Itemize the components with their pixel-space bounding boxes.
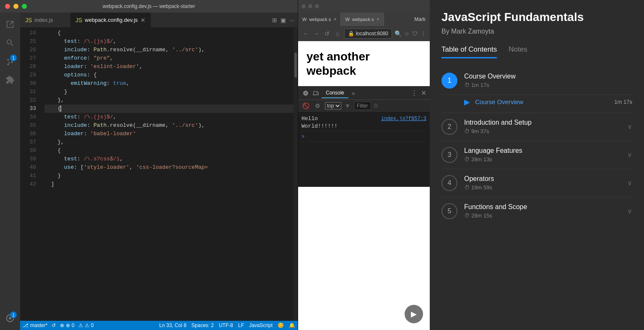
devtools-menu-icon[interactable]: ⋮	[411, 89, 418, 97]
page-title-line1: yet another	[306, 50, 370, 63]
code-line-37: },	[44, 138, 293, 147]
console-source-link[interactable]: index.js?f857:3	[381, 115, 426, 123]
section-number-2: 2	[441, 119, 457, 135]
devtools-responsive-btn[interactable]	[312, 89, 320, 97]
activity-source-control[interactable]: 1	[2, 53, 18, 70]
editor-layout-icon[interactable]: ▣	[280, 17, 286, 24]
section-number-4: 4	[441, 175, 457, 191]
notifications-bell[interactable]: 🔔	[289, 322, 295, 328]
browser-tab-2[interactable]: W webpack s ×	[341, 13, 384, 26]
more-actions-icon[interactable]: ···	[289, 17, 294, 24]
split-editor-icon[interactable]: ⊞	[272, 17, 277, 24]
course-section-5[interactable]: 5 Functions and Scope ⏱ 28m 15s ∨	[441, 197, 632, 225]
console-settings-btn[interactable]: ⚙	[313, 102, 322, 110]
vscode-body: 1 1 JS index.js JS w	[0, 13, 298, 330]
eol-indicator[interactable]: LF	[238, 322, 244, 328]
chevron-down-icon-3: ∨	[627, 151, 632, 159]
address-input[interactable]: 🔒 localhost:8080	[344, 29, 392, 39]
close-button[interactable]	[5, 4, 10, 9]
browser-tab-close-1[interactable]: ×	[333, 16, 336, 22]
clock-icon-4: ⏱	[464, 184, 470, 191]
browser-tab-close-2[interactable]: ×	[377, 16, 379, 22]
sync-button[interactable]: ↺	[52, 322, 56, 328]
browser-minimize[interactable]	[308, 4, 312, 8]
traffic-lights	[5, 4, 27, 9]
tab-favicon-2: W	[345, 17, 349, 22]
frame-selector[interactable]: top	[325, 102, 341, 110]
console-log-text: Hello World!!!!!!	[301, 115, 338, 130]
activity-debug[interactable]: 1	[2, 310, 18, 327]
tab-webpack-config[interactable]: JS webpack.config.dev.js ✕	[70, 13, 151, 27]
devtools-inspect-btn[interactable]	[301, 89, 310, 97]
tab-close-button[interactable]: ✕	[140, 17, 145, 24]
course-author: By Mark Zamoyta	[441, 28, 632, 35]
devtools-panel: Console » ⋮ ✕ 🚫 ⚙ top ▼ Filter D Hello	[298, 86, 430, 187]
playing-sub-item[interactable]: ▶ Course Overview 1m 17s	[441, 95, 632, 113]
line-numbers: 2425262728 2930313233 3435363738 3940414…	[20, 27, 41, 321]
activity-explorer[interactable]	[2, 16, 18, 33]
tab-bar: JS index.js JS webpack.config.dev.js ✕ ⊞…	[20, 13, 298, 27]
encoding-indicator[interactable]: UTF-8	[219, 322, 233, 328]
warnings-count[interactable]: ⚠ ⚠ 0	[78, 322, 93, 328]
tab-notes[interactable]: Notes	[509, 45, 527, 58]
language-indicator[interactable]: JavaScript	[249, 322, 273, 328]
filter-input[interactable]: Filter	[354, 102, 371, 110]
activity-search[interactable]	[2, 34, 18, 51]
editor-area: JS index.js JS webpack.config.dev.js ✕ ⊞…	[20, 13, 298, 330]
console-log-line: Hello World!!!!!! index.js?f857:3	[301, 114, 426, 131]
activity-extensions[interactable]	[2, 71, 18, 88]
refresh-button[interactable]: ↺	[323, 29, 331, 38]
course-section-1[interactable]: 1 Course Overview ⏱ 1m 17s	[441, 67, 632, 95]
browser-mark-tab[interactable]: Mark	[410, 13, 430, 26]
devtools-more-tabs[interactable]: »	[352, 90, 355, 97]
code-content[interactable]: { test: /\.(js)$/, include: Path.resolve…	[41, 27, 293, 321]
tab-label-webpack: webpack.config.dev.js	[85, 17, 138, 23]
browser-tab-label-1: webpack s	[309, 17, 331, 22]
code-line-28: loader: 'eslint-loader',	[44, 63, 293, 71]
tab-table-of-contents[interactable]: Table of Contents	[441, 45, 497, 58]
code-editor[interactable]: 2425262728 2930313233 3435363738 3940414…	[20, 27, 298, 321]
section-info-1: Course Overview ⏱ 1m 17s	[464, 73, 632, 88]
browser-close[interactable]	[301, 4, 306, 8]
playing-indicator-icon: ▶	[464, 97, 470, 107]
browser-maximize[interactable]	[315, 4, 319, 8]
search-icon[interactable]: 🔍	[395, 30, 402, 37]
maximize-button[interactable]	[22, 4, 27, 9]
course-section-4[interactable]: 4 Operators ⏱ 19m 59s ∨	[441, 169, 632, 197]
vscode-panel: webpack.config.dev.js — webpack-starter …	[0, 0, 298, 330]
forward-button[interactable]: →	[312, 29, 320, 38]
spaces-indicator[interactable]: Spaces: 2	[192, 322, 214, 328]
cursor-position[interactable]: Ln 33, Col 8	[159, 322, 187, 328]
devtools-tab-console[interactable]: Console	[322, 88, 348, 98]
code-line-26: include: Path.resolve(__dirname, '../src…	[44, 46, 293, 54]
more-icon[interactable]: ⋮	[421, 30, 426, 37]
vertical-scrollbar[interactable]	[293, 27, 298, 321]
tab-toolbar: ⊞ ▣ ···	[269, 13, 298, 27]
play-button[interactable]: ▶	[405, 305, 423, 323]
section-info-5: Functions and Scope ⏱ 28m 15s	[464, 203, 621, 219]
git-branch[interactable]: ⎇ master*	[23, 322, 47, 328]
browser-tab-label-2: webpack s	[352, 17, 374, 22]
code-line-27: enforce: "pre",	[44, 54, 293, 63]
course-section-3[interactable]: 3 Language Features ⏱ 28m 13s ∨	[441, 141, 632, 169]
star-icon[interactable]: ☆	[404, 30, 410, 37]
course-tabs: Table of Contents Notes	[441, 45, 632, 58]
course-list: 1 Course Overview ⏱ 1m 17s ▶ Course Over…	[441, 67, 632, 330]
devtools-close-icon[interactable]: ✕	[421, 89, 426, 97]
browser-tabs: W webpack s × W webpack s × Mark	[298, 13, 430, 26]
section-name-2: Introduction and Setup	[464, 119, 621, 126]
scrollbar-thumb[interactable]	[294, 52, 297, 78]
console-prompt-line[interactable]: >	[301, 131, 426, 142]
code-line-31: }	[44, 88, 293, 96]
lock-icon: 🔒	[348, 31, 354, 37]
errors-count[interactable]: ⊗ ⊗ 0	[60, 322, 74, 328]
shield-icon[interactable]: 🛡	[412, 30, 418, 37]
minimize-button[interactable]	[13, 4, 18, 9]
browser-tab-1[interactable]: W webpack s ×	[298, 13, 341, 26]
emoji-feedback[interactable]: 😊	[278, 322, 284, 328]
tab-index-js[interactable]: JS index.js	[20, 13, 70, 27]
clear-console-btn[interactable]: 🚫	[301, 102, 310, 110]
home-button[interactable]: ⌂	[333, 29, 341, 38]
back-button[interactable]: ←	[301, 29, 309, 38]
course-section-2[interactable]: 2 Introduction and Setup ⏱ 9m 37s ∨	[441, 113, 632, 141]
